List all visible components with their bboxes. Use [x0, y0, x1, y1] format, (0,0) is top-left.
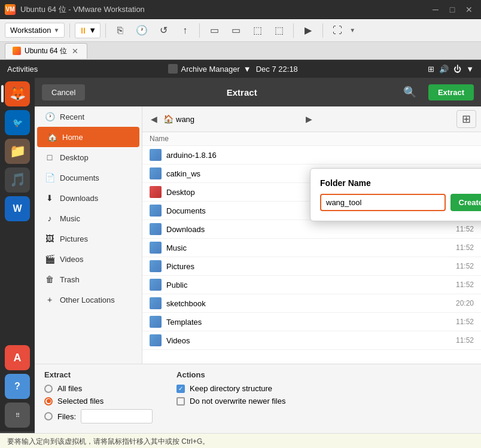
selected-files-radio-outer: [44, 397, 53, 406]
dock-music[interactable]: 🎵: [5, 167, 30, 193]
archive-manager-icon: [168, 64, 178, 74]
revert-button[interactable]: ↺: [154, 22, 173, 39]
nav-trash[interactable]: 🗑 Trash: [35, 269, 142, 289]
file-row[interactable]: Videos 11:52: [142, 331, 481, 350]
nav-recent[interactable]: 🕐 Recent: [35, 106, 142, 127]
fullscreen-button[interactable]: ⛶: [328, 22, 347, 39]
home-breadcrumb-icon: 🏠: [163, 114, 173, 124]
gnome-right: ⊞ 🔊 ⏻ ▼: [428, 65, 474, 74]
maximize-button[interactable]: □: [445, 4, 459, 16]
fullscreen-arrow: ▼: [349, 27, 355, 33]
breadcrumb-path: 🏠 wang: [163, 114, 300, 124]
datetime-display: Dec 7 22:18: [256, 65, 298, 74]
dock-files[interactable]: 📁: [5, 139, 30, 164]
all-files-label: All files: [57, 384, 82, 393]
dock-writer[interactable]: W: [5, 196, 30, 221]
extract-group: Extract All files Selected files Files:: [44, 370, 153, 427]
tab-close-button[interactable]: ✕: [71, 47, 80, 56]
snapshot-button[interactable]: 🕐: [132, 22, 151, 39]
dock-help[interactable]: ?: [5, 374, 30, 399]
nav-pictures[interactable]: 🖼 Pictures: [35, 228, 142, 249]
console-button[interactable]: ▶: [299, 22, 318, 39]
extract-group-title: Extract: [44, 370, 153, 379]
no-overwrite-label: Do not overwrite newer files: [190, 397, 285, 406]
ubuntu-dock: 🦊 🐦 📁 🎵 W A ? ⠿: [0, 78, 35, 431]
files-radio[interactable]: Files:: [44, 409, 153, 423]
network-icon: ⊞: [428, 65, 434, 74]
send-button[interactable]: ↑: [175, 22, 194, 39]
file-name-sketchbook: sketchbook: [166, 299, 456, 308]
file-row[interactable]: Public 11:52: [142, 276, 481, 294]
nav-home-label: Home: [62, 133, 83, 142]
create-folder-button[interactable]: Create: [450, 194, 481, 211]
folder-icon-catkin: [150, 167, 162, 179]
files-text-input[interactable]: [81, 409, 153, 423]
view-button-2[interactable]: ▭: [226, 22, 245, 39]
folder-icon-videos: [150, 334, 162, 346]
back-button[interactable]: ◀: [147, 112, 161, 126]
dock-firefox[interactable]: 🦊: [5, 81, 30, 106]
gnome-bar: Activities Archive Manager ▼ Dec 7 22:18…: [0, 60, 481, 78]
nav-other[interactable]: + Other Locations: [35, 289, 142, 310]
nav-music-label: Music: [60, 214, 80, 223]
keep-directory-checkbox[interactable]: ✓ Keep directory structure: [176, 384, 285, 393]
keep-directory-label: Keep directory structure: [190, 384, 272, 393]
forward-button[interactable]: ▶: [302, 112, 316, 126]
folder-name-input[interactable]: [320, 194, 446, 211]
location-bar: ◀ 🏠 wang ▶ ⊞: [142, 106, 481, 132]
view-button-3[interactable]: ⬚: [248, 22, 267, 39]
dock-thunderbird[interactable]: 🐦: [5, 110, 30, 135]
folder-popup-title: Folder Name: [320, 178, 481, 188]
view-button-4[interactable]: ⬚: [269, 22, 288, 39]
folder-icon-documents: [150, 205, 162, 217]
cancel-button[interactable]: Cancel: [42, 84, 85, 100]
pause-button[interactable]: ⏸ ▼: [75, 23, 101, 38]
dock-appstore[interactable]: A: [5, 345, 30, 370]
file-row[interactable]: sketchbook 20:20: [142, 294, 481, 313]
title-bar: VM Ubuntu 64 位 - VMware Workstation ─ □ …: [0, 0, 481, 19]
close-button[interactable]: ✕: [462, 4, 476, 16]
power-button[interactable]: ⎘: [111, 22, 130, 39]
no-overwrite-checkbox[interactable]: Do not overwrite newer files: [176, 397, 285, 406]
nav-recent-label: Recent: [60, 112, 84, 121]
tab-ubuntu[interactable]: Ubuntu 64 位 ✕: [5, 43, 87, 59]
archive-manager-arrow: ▼: [243, 65, 251, 74]
file-row[interactable]: Templates 11:52: [142, 313, 481, 331]
minimize-button[interactable]: ─: [428, 4, 443, 16]
folder-icon-public: [150, 279, 162, 291]
search-button[interactable]: 🔍: [398, 83, 421, 101]
archive-manager-menu[interactable]: Archive Manager ▼: [168, 64, 251, 74]
nav-videos-label: Videos: [60, 255, 84, 264]
all-files-radio[interactable]: All files: [44, 384, 153, 393]
toolbar-separator-2: [105, 23, 106, 38]
file-row[interactable]: Music 11:52: [142, 239, 481, 257]
new-folder-button[interactable]: ⊞: [456, 110, 476, 128]
file-row[interactable]: arduino-1.8.16: [142, 146, 481, 164]
nav-music[interactable]: ♪ Music: [35, 208, 142, 228]
nav-downloads[interactable]: ⬇ Downloads: [35, 188, 142, 208]
extract-button[interactable]: Extract: [428, 84, 474, 100]
nav-pictures-label: Pictures: [60, 234, 88, 243]
title-bar-left: VM Ubuntu 64 位 - VMware Workstation: [5, 4, 145, 15]
activities-button[interactable]: Activities: [7, 65, 38, 74]
app-header: Cancel Extract 🔍 Extract: [35, 78, 481, 106]
file-time-public: 11:52: [456, 281, 474, 289]
recent-icon: 🕐: [44, 112, 55, 121]
folder-icon-music: [150, 242, 162, 254]
workstation-label: Workstation: [10, 26, 51, 35]
nav-videos[interactable]: 🎬 Videos: [35, 249, 142, 269]
view-button-1[interactable]: ▭: [205, 22, 224, 39]
nav-desktop[interactable]: □ Desktop: [35, 147, 142, 167]
file-row[interactable]: Pictures 11:52: [142, 257, 481, 276]
selected-files-radio[interactable]: Selected files: [44, 397, 153, 406]
current-folder-name: wang: [176, 115, 194, 124]
gnome-center: Archive Manager ▼ Dec 7 22:18: [168, 64, 298, 74]
nav-documents-label: Documents: [60, 173, 99, 182]
workstation-menu[interactable]: Workstation ▼: [5, 23, 65, 38]
nav-documents[interactable]: 📄 Documents: [35, 167, 142, 188]
dock-apps[interactable]: ⠿: [5, 403, 30, 428]
tab-ubuntu-label: Ubuntu 64 位: [25, 46, 67, 56]
nav-downloads-label: Downloads: [60, 194, 98, 203]
file-row[interactable]: Downloads 11:52: [142, 220, 481, 239]
nav-home[interactable]: 🏠 Home: [37, 127, 139, 147]
